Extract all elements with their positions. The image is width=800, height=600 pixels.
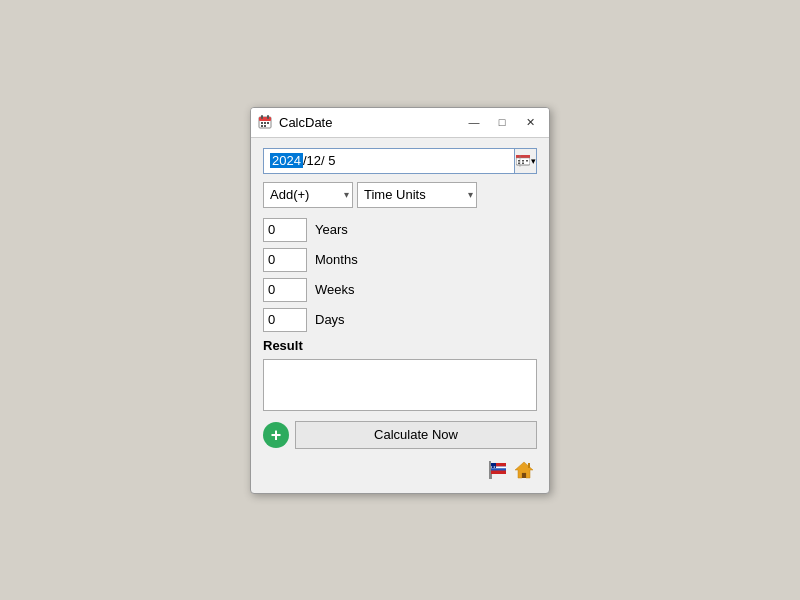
svg-rect-29 (528, 463, 530, 468)
days-input[interactable] (263, 308, 307, 332)
svg-rect-2 (261, 115, 263, 119)
days-label: Days (315, 312, 345, 327)
date-input-row: 2024/12/ 5 ▾ (263, 148, 537, 174)
svg-rect-10 (516, 155, 530, 158)
svg-rect-5 (264, 122, 266, 124)
svg-rect-15 (526, 160, 528, 162)
calendar-dropdown-icon (516, 155, 530, 167)
svg-rect-28 (522, 473, 526, 478)
calculate-row: + Calculate Now (263, 421, 537, 449)
svg-rect-14 (522, 160, 524, 162)
year-selected: 2024 (270, 153, 303, 168)
operation-select[interactable]: Add(+) Subtract(-) (263, 182, 353, 208)
add-icon-button[interactable]: + (263, 422, 289, 448)
svg-rect-7 (261, 125, 263, 127)
years-row: Years (263, 218, 537, 242)
date-picker-button[interactable]: ▾ (515, 148, 537, 174)
svg-rect-4 (261, 122, 263, 124)
svg-rect-17 (522, 162, 524, 164)
units-select-wrapper: Time Units Business Days (357, 182, 477, 208)
result-label: Result (263, 338, 537, 353)
days-row: Days (263, 308, 537, 332)
dropdown-arrow-icon: ▾ (531, 156, 536, 166)
calculate-now-button[interactable]: Calculate Now (295, 421, 537, 449)
weeks-row: Weeks (263, 278, 537, 302)
svg-rect-26 (489, 461, 491, 479)
weeks-label: Weeks (315, 282, 355, 297)
flag-icon: ★★ (488, 461, 508, 479)
date-display[interactable]: 2024/12/ 5 (263, 148, 515, 174)
close-button[interactable]: ✕ (517, 112, 543, 132)
window-body: 2024/12/ 5 ▾ (251, 138, 549, 493)
title-bar: CalcDate — □ ✕ (251, 108, 549, 138)
years-label: Years (315, 222, 348, 237)
months-input[interactable] (263, 248, 307, 272)
window-controls: — □ ✕ (461, 112, 543, 132)
footer-row: ★★ (263, 455, 537, 483)
svg-rect-16 (518, 162, 520, 164)
calc-date-window: CalcDate — □ ✕ 2024/12/ 5 (250, 107, 550, 494)
app-icon (257, 114, 273, 130)
months-label: Months (315, 252, 358, 267)
date-rest: /12/ 5 (303, 153, 336, 168)
flag-icon-button[interactable]: ★★ (487, 459, 509, 481)
svg-rect-6 (267, 122, 269, 124)
units-select[interactable]: Time Units Business Days (357, 182, 477, 208)
home-icon (514, 461, 534, 479)
home-icon-button[interactable] (513, 459, 535, 481)
minimize-button[interactable]: — (461, 112, 487, 132)
svg-rect-1 (259, 117, 271, 121)
result-box (263, 359, 537, 411)
years-input[interactable] (263, 218, 307, 242)
controls-row: Add(+) Subtract(-) Time Units Business D… (263, 182, 537, 208)
svg-rect-22 (490, 470, 506, 474)
svg-rect-21 (490, 468, 506, 470)
svg-rect-13 (518, 160, 520, 162)
svg-rect-8 (264, 125, 266, 127)
operation-select-wrapper: Add(+) Subtract(-) (263, 182, 353, 208)
maximize-button[interactable]: □ (489, 112, 515, 132)
svg-rect-3 (267, 115, 269, 119)
months-row: Months (263, 248, 537, 272)
weeks-input[interactable] (263, 278, 307, 302)
window-title: CalcDate (279, 115, 461, 130)
